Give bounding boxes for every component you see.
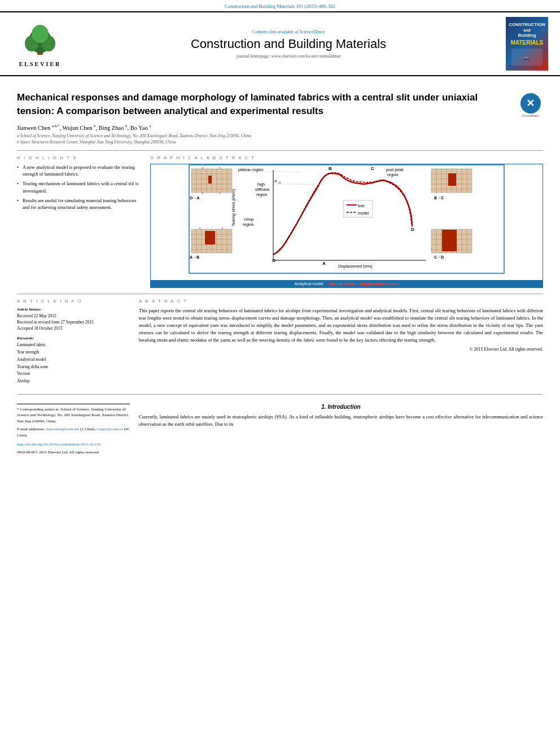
intro-body-text: Currently, laminated fabrics are mainly … (139, 413, 543, 429)
journal-cover-img: Construction and Building MATERIALS 📷 (506, 17, 551, 71)
svg-text:region: region (387, 173, 399, 177)
keyword-4: Tearing delta zone (17, 364, 130, 371)
journal-ref-bar: Construction and Building Materials 101 … (0, 0, 560, 11)
divider-2 (17, 294, 543, 294)
page: Construction and Building Materials 101 … (0, 0, 560, 747)
sciencedirect-link-text[interactable]: ScienceDirect (300, 29, 325, 34)
journal-cover-box: Construction and Building MATERIALS 📷 (506, 17, 548, 71)
svg-text:📷: 📷 (524, 55, 530, 61)
intro-section-title: 1. Introduction (139, 404, 543, 410)
email-line: E-mail addresses: jianwench@yeah.net (J.… (17, 426, 130, 438)
email-label: E-mail addresses: (17, 427, 45, 431)
svg-text:σ: σ (274, 178, 277, 184)
highlights-list: A new analytical model is proposed to ev… (17, 164, 141, 212)
introduction-section: * Corresponding author at: School of Sci… (17, 404, 543, 456)
elsevier-logo-img (12, 20, 68, 60)
intro-main: 1. Introduction Currently, laminated fab… (139, 404, 543, 456)
keyword-2: Tear strength (17, 349, 130, 356)
accepted-date: Accepted 18 October 2015 (17, 325, 130, 331)
svg-text:O→A: O→A (190, 196, 200, 200)
received-date: Received 22 May 2015 (17, 313, 130, 319)
svg-text:Tearing stress (kN/m): Tearing stress (kN/m) (231, 189, 236, 226)
highlights-col: H I G H L I G H T S A new analytical mod… (17, 155, 141, 288)
intro-title-text: Introduction (327, 404, 360, 410)
article-content: Mechanical responses and damage morpholo… (0, 76, 560, 461)
affiliation-b: b Space Structures Research Center, Shan… (17, 139, 543, 145)
graphical-abstract-col: G R A P H I C A L A B S T R A C T (150, 155, 543, 288)
corresponding-author-note: * Corresponding author at: School of Sci… (17, 407, 130, 425)
svg-rect-95 (442, 230, 457, 251)
svg-text:region: region (243, 222, 254, 227)
abstract-label: A B S T R A C T (139, 299, 543, 304)
keyword-6: Airship (17, 378, 130, 385)
article-info-label: A R T I C L E I N F O (17, 299, 130, 304)
keyword-3: Analytical model (17, 356, 130, 364)
revised-date: Received in revised form 27 September 20… (17, 319, 130, 325)
journal-ref-text: Construction and Building Materials 101 … (225, 3, 335, 9)
svg-text:A: A (322, 261, 326, 266)
svg-rect-39 (205, 231, 215, 244)
abstract-col: A B S T R A C T This paper reports the c… (139, 299, 543, 390)
affiliations: a School of Science, Nanjing University … (17, 133, 543, 146)
abstract-text: This paper reports the central slit tear… (139, 307, 543, 353)
svg-text:B: B (329, 166, 332, 171)
ga-caption-red: Tearing stress – displacement curves (329, 282, 399, 286)
keyword-1: Laminated fabric (17, 342, 130, 349)
divider-1 (17, 150, 543, 151)
svg-text:model: model (358, 211, 369, 215)
cover-image-icon: 📷 (511, 49, 542, 65)
highlight-item-2: Tearing mechanism of laminated fabrics w… (17, 180, 141, 195)
article-title: Mechanical responses and damage morpholo… (17, 91, 512, 118)
journal-header-center: Contents lists available at ScienceDirec… (77, 29, 500, 59)
elsevier-tree-icon (18, 24, 63, 56)
graphical-abstract-label: G R A P H I C A L A B S T R A C T (150, 155, 543, 160)
svg-text:Displacement (mm): Displacement (mm) (338, 264, 373, 269)
cover-line3: Building (518, 33, 536, 38)
authors-line: Jianwen Chen a,b,*, Wujun Chen b, Bing Z… (17, 124, 543, 131)
svg-text:B→C: B→C (434, 196, 444, 200)
article-history-block: Article history: Received 22 May 2015 Re… (17, 307, 130, 332)
svg-text:C→D: C→D (434, 255, 444, 259)
svg-text:post-peak: post-peak (386, 168, 404, 172)
journal-title-main: Construction and Building Materials (77, 37, 500, 51)
email1[interactable]: jianwench@yeah.net (46, 427, 79, 431)
article-info-col: A R T I C L E I N F O Article history: R… (17, 299, 130, 390)
keywords-label: Keywords: (17, 336, 130, 340)
article-title-section: Mechanical responses and damage morpholo… (17, 91, 543, 118)
email2[interactable]: cwj@sjtu.edu.cn (97, 427, 123, 431)
issn-notice: 0950-0618/© 2015 Elsevier Ltd. All right… (17, 449, 130, 456)
elsevier-logo: ELSEVIER (9, 20, 71, 67)
doi-link[interactable]: http://dx.doi.org/10.1016/j.conbuildmat.… (17, 442, 130, 448)
svg-text:crimp: crimp (244, 217, 253, 222)
journal-homepage: journal homepage: www.elsevier.com/locat… (77, 54, 500, 59)
cover-line4: MATERIALS (511, 40, 544, 46)
highlight-item-3: Results are useful for simulating materi… (17, 197, 141, 212)
svg-text:high: high (257, 182, 265, 187)
crossmark: ✕ CrossMark (518, 93, 543, 117)
svg-text:A→B: A→B (190, 255, 199, 259)
keywords-list: Laminated fabric Tear strength Analytica… (17, 342, 130, 385)
journal-header: ELSEVIER Contents lists available at Sci… (0, 11, 560, 76)
svg-rect-21 (208, 176, 212, 184)
email1-name: (J. Chen), (80, 427, 95, 431)
graphical-abstract-chart: O→A (151, 164, 542, 274)
copyright-notice: © 2015 Elsevier Ltd. All rights reserved… (139, 346, 543, 353)
cover-line1: Construction (509, 22, 545, 28)
graphical-abstract-box: O→A (150, 164, 543, 288)
sciencedirect-line: Contents lists available at ScienceDirec… (77, 29, 500, 34)
affiliation-a: a School of Science, Nanjing University … (17, 133, 543, 139)
highlights-graphical-row: H I G H L I G H T S A new analytical mod… (17, 155, 543, 288)
highlight-item-1: A new analytical model is proposed to ev… (17, 164, 141, 178)
info-abstract-row: A R T I C L E I N F O Article history: R… (17, 299, 543, 390)
abstract-body: This paper reports the central slit tear… (139, 308, 543, 343)
svg-text:D: D (411, 227, 414, 232)
footnotes-col: * Corresponding author at: School of Sci… (17, 404, 130, 456)
history-label: Article history: (17, 307, 130, 312)
keyword-5: Vectran (17, 370, 130, 378)
svg-text:stiffness: stiffness (255, 187, 270, 191)
svg-text:C: C (371, 166, 374, 171)
ga-caption: Analytical model Tearing stress – displa… (151, 280, 542, 287)
elsevier-label: ELSEVIER (19, 61, 62, 67)
crossmark-icon: ✕ (520, 93, 541, 113)
cover-line2: and (523, 28, 530, 33)
